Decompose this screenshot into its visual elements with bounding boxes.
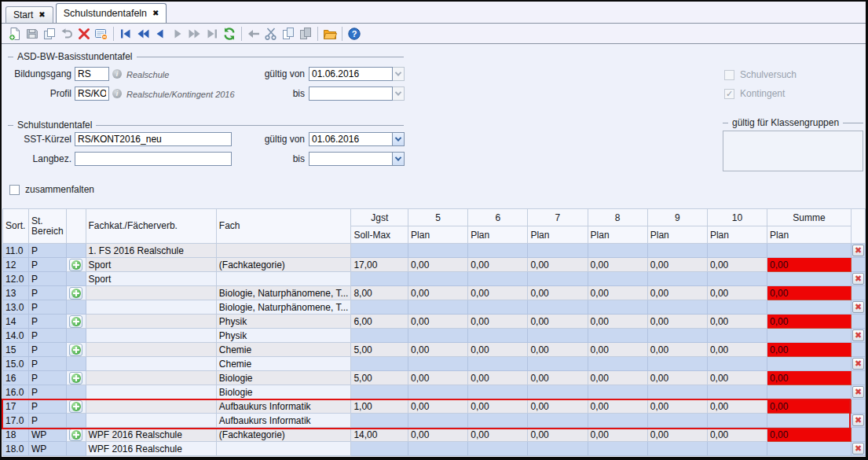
- basis-gueltig-von-value[interactable]: 01.06.2016: [309, 67, 393, 81]
- bildungsgang-input[interactable]: [75, 67, 109, 81]
- cell-plan-9[interactable]: 0,00: [647, 258, 707, 272]
- table-row-18[interactable]: 18WPWPF 2016 Realschule(Fachkategorie)14…: [3, 428, 866, 442]
- fast-backward-button[interactable]: [134, 25, 152, 42]
- add-row-button[interactable]: [69, 372, 82, 385]
- folder-button[interactable]: [321, 25, 339, 42]
- add-row-button[interactable]: [69, 400, 82, 413]
- cell-plan-6[interactable]: 0,00: [468, 371, 528, 385]
- tab-start[interactable]: Start ✖: [5, 6, 53, 23]
- cell-plan-10[interactable]: 0,00: [707, 428, 767, 442]
- table-row-15[interactable]: 15PChemie5,000,000,000,000,000,000,000,0…: [3, 343, 866, 357]
- sst-bis-value[interactable]: [309, 152, 393, 166]
- cell-plan-5[interactable]: 0,00: [408, 343, 468, 357]
- add-row-button[interactable]: [69, 315, 82, 328]
- cell-plan-8[interactable]: 0,00: [588, 315, 647, 329]
- cell-plan-6[interactable]: 0,00: [468, 428, 528, 442]
- cell-plan-8[interactable]: 0,00: [588, 343, 647, 357]
- cell-plan-9[interactable]: 0,00: [647, 399, 707, 414]
- cell-plan-9[interactable]: 0,00: [647, 371, 707, 385]
- cell-soll-max[interactable]: 17,00: [351, 258, 408, 272]
- cell-soll-max[interactable]: 5,00: [351, 343, 408, 357]
- table-row-18.0[interactable]: 18.0WPWPF 2016 Realschule✖: [3, 442, 866, 456]
- cell-soll-max[interactable]: 6,00: [351, 315, 408, 329]
- cell-plan-9[interactable]: 0,00: [647, 315, 707, 329]
- tab-start-close-icon[interactable]: ✖: [38, 11, 45, 19]
- delete-row-button[interactable]: ✖: [852, 443, 864, 454]
- delete-button[interactable]: [75, 25, 93, 42]
- delete-row-button[interactable]: ✖: [852, 301, 864, 313]
- cell-plan-9[interactable]: 0,00: [647, 428, 707, 442]
- cell-plan-5[interactable]: 0,00: [408, 286, 468, 300]
- table-row-13[interactable]: 13PBiologie, Naturphänomene, T...8,000,0…: [3, 286, 866, 300]
- cell-plan-10[interactable]: 0,00: [707, 371, 767, 385]
- refresh-button[interactable]: [221, 25, 238, 42]
- edit-table-button[interactable]: [93, 25, 110, 42]
- cell-plan-7[interactable]: 0,00: [528, 343, 588, 357]
- cell-plan-5[interactable]: 0,00: [408, 315, 468, 329]
- cell-plan-6[interactable]: 0,00: [468, 258, 528, 272]
- cell-plan-7[interactable]: 0,00: [528, 371, 588, 385]
- sst-gueltig-von-value[interactable]: 01.06.2016: [309, 132, 393, 146]
- add-row-button[interactable]: [69, 259, 82, 271]
- table-row-12[interactable]: 12PSport(Fachkategorie)17,000,000,000,00…: [3, 258, 866, 272]
- cell-plan-10[interactable]: 0,00: [707, 343, 767, 357]
- delete-row-button[interactable]: ✖: [852, 414, 864, 426]
- basis-bis-value[interactable]: [309, 86, 393, 101]
- cell-summe[interactable]: 0,00: [767, 286, 852, 300]
- cell-summe[interactable]: 0,00: [767, 399, 852, 414]
- cell-plan-6[interactable]: 0,00: [468, 286, 528, 300]
- cell-plan-10[interactable]: 0,00: [707, 286, 767, 300]
- sst-bis-dropdown-button[interactable]: [393, 152, 405, 166]
- basis-gueltig-von-dropdown-button[interactable]: [393, 67, 405, 81]
- cell-plan-8[interactable]: 0,00: [588, 371, 647, 385]
- table-row-14.0[interactable]: 14.0PPhysik✖: [3, 329, 866, 343]
- cell-plan-10[interactable]: 0,00: [707, 258, 767, 272]
- zusammenfalten-checkbox-box[interactable]: [9, 185, 20, 195]
- cell-summe[interactable]: 0,00: [767, 343, 852, 357]
- first-record-button[interactable]: [117, 25, 134, 42]
- delete-row-button[interactable]: ✖: [852, 358, 864, 370]
- sst-kuerzel-input[interactable]: [75, 132, 232, 146]
- cell-soll-max[interactable]: 1,00: [351, 399, 408, 414]
- delete-row-button[interactable]: ✖: [852, 386, 864, 398]
- table-row-14[interactable]: 14PPhysik6,000,000,000,000,000,000,000,0…: [3, 315, 866, 329]
- table-row-16.0[interactable]: 16.0PBiologie✖: [3, 385, 866, 399]
- kontingent-checkbox[interactable]: ✓ Kontingent: [724, 88, 785, 99]
- schulversuch-checkbox-box[interactable]: [724, 70, 734, 80]
- cell-plan-9[interactable]: 0,00: [647, 343, 707, 357]
- cell-plan-10[interactable]: 0,00: [707, 399, 767, 414]
- cell-soll-max[interactable]: 5,00: [351, 371, 408, 385]
- add-row-button[interactable]: [69, 344, 82, 356]
- profil-input[interactable]: [75, 86, 109, 101]
- cell-summe[interactable]: 0,00: [767, 258, 852, 272]
- copy-button[interactable]: [280, 25, 297, 42]
- help-button[interactable]: ?: [346, 25, 363, 42]
- table-row-16[interactable]: 16PBiologie5,000,000,000,000,000,000,000…: [3, 371, 866, 385]
- cell-plan-8[interactable]: 0,00: [588, 428, 647, 442]
- cell-plan-10[interactable]: 0,00: [707, 315, 767, 329]
- cell-plan-7[interactable]: 0,00: [528, 399, 588, 414]
- kontingent-checkbox-box[interactable]: ✓: [724, 89, 734, 99]
- cell-plan-8[interactable]: 0,00: [588, 399, 647, 414]
- table-row-17[interactable]: 17PAufbaukurs Informatik1,000,000,000,00…: [3, 399, 866, 414]
- cell-plan-7[interactable]: 0,00: [528, 258, 588, 272]
- previous-record-button[interactable]: [152, 25, 169, 42]
- delete-row-button[interactable]: ✖: [852, 329, 864, 341]
- cell-plan-5[interactable]: 0,00: [408, 371, 468, 385]
- basis-bis-dropdown-button[interactable]: [393, 86, 405, 101]
- cell-summe[interactable]: 0,00: [767, 428, 852, 442]
- table-row-13.0[interactable]: 13.0PBiologie, Naturphänomene, T...✖: [3, 300, 866, 315]
- delete-row-button[interactable]: ✖: [852, 273, 864, 285]
- zusammenfalten-checkbox[interactable]: zusammenfalten: [9, 184, 94, 195]
- new-record-button[interactable]: [6, 25, 24, 42]
- cell-summe[interactable]: 0,00: [767, 315, 852, 329]
- sst-gueltig-von-dropdown-button[interactable]: [393, 132, 405, 146]
- cell-plan-6[interactable]: 0,00: [468, 399, 528, 414]
- tab-schulstundentafeln-close-icon[interactable]: ✖: [152, 9, 159, 17]
- langbez-input[interactable]: [75, 152, 232, 166]
- schulversuch-checkbox[interactable]: Schulversuch: [724, 69, 797, 80]
- cell-plan-6[interactable]: 0,00: [468, 315, 528, 329]
- cell-plan-7[interactable]: 0,00: [528, 428, 588, 442]
- duplicate-button[interactable]: [41, 25, 58, 42]
- cell-soll-max[interactable]: 8,00: [351, 286, 408, 300]
